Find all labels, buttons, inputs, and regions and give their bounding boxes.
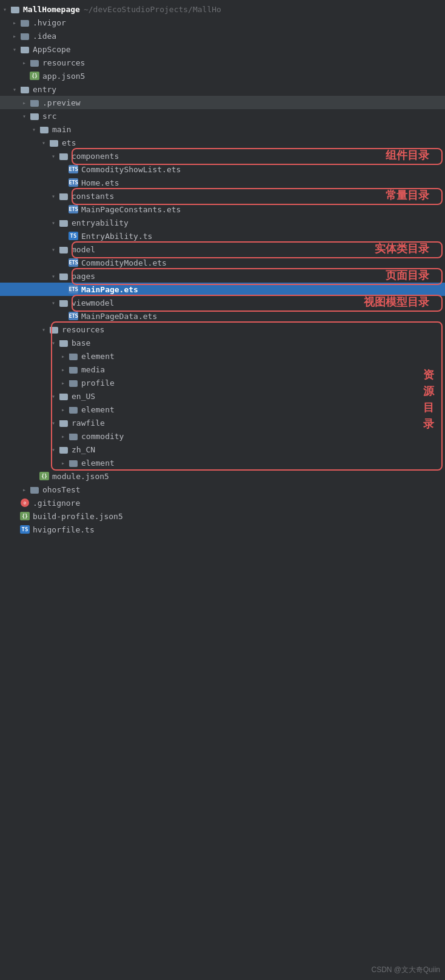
tree-item[interactable]: viewmodel bbox=[0, 296, 445, 309]
tree-item[interactable]: TSEntryAbility.ts bbox=[0, 229, 445, 243]
tree-arrow[interactable] bbox=[49, 218, 58, 227]
folder-open-icon bbox=[58, 244, 69, 254]
tree-item-label: rawfile bbox=[72, 418, 105, 428]
tree-item[interactable]: rawfile bbox=[0, 416, 445, 429]
tree-arrow[interactable] bbox=[58, 378, 68, 388]
tree-item-label: CommodityModel.ets bbox=[81, 258, 167, 267]
tree-item[interactable]: ETSMainPageData.ets bbox=[0, 309, 445, 323]
tree-item-label: app.json5 bbox=[42, 72, 85, 81]
tree-arrow[interactable] bbox=[58, 351, 68, 361]
tree-item-label: hvigorfile.ts bbox=[33, 525, 95, 534]
tree-item[interactable]: entryability bbox=[0, 216, 445, 229]
tree-arrow[interactable] bbox=[58, 431, 68, 441]
tree-arrow[interactable] bbox=[19, 485, 29, 494]
folder-icon bbox=[19, 31, 30, 41]
ets-file-icon: ETS bbox=[68, 311, 79, 321]
folder-open-icon bbox=[39, 124, 50, 134]
tree-item[interactable]: entry bbox=[0, 82, 445, 96]
tree-arrow[interactable] bbox=[58, 458, 68, 468]
tree-arrow[interactable] bbox=[19, 98, 29, 107]
tree-item-label: ohosTest bbox=[42, 485, 81, 494]
tree-item[interactable]: zh_CN bbox=[0, 443, 445, 456]
tree-item[interactable]: .hvigor bbox=[0, 16, 445, 29]
tree-root-path: ~/devEcoStudioProjects/MallHo bbox=[84, 5, 221, 14]
tree-arrow[interactable] bbox=[19, 111, 29, 121]
tree-item[interactable]: {}app.json5 bbox=[0, 69, 445, 82]
tree-item[interactable]: .idea bbox=[0, 29, 445, 42]
tree-item[interactable]: AppScope bbox=[0, 42, 445, 56]
tree-arrow[interactable] bbox=[10, 84, 19, 94]
tree-item[interactable]: src bbox=[0, 109, 445, 122]
tree-item[interactable]: media bbox=[0, 363, 445, 376]
tree-item-label: base bbox=[72, 338, 90, 347]
tree-arrow[interactable] bbox=[49, 298, 58, 307]
tree-arrow[interactable] bbox=[49, 391, 58, 401]
tree-item[interactable]: ⊘.gitignore bbox=[0, 496, 445, 509]
tree-arrow[interactable] bbox=[29, 124, 39, 134]
tree-arrow[interactable] bbox=[39, 138, 49, 147]
tree-arrow[interactable] bbox=[49, 244, 58, 254]
folder-icon bbox=[68, 364, 79, 374]
tree-item-label: .preview bbox=[42, 98, 81, 107]
gitignore-file-icon: ⊘ bbox=[19, 498, 30, 508]
tree-arrow[interactable] bbox=[49, 271, 58, 281]
tree-item-label: module.json5 bbox=[52, 472, 109, 481]
tree-item[interactable]: main bbox=[0, 122, 445, 136]
tree-arrow[interactable] bbox=[39, 324, 49, 334]
tree-item[interactable]: element bbox=[0, 349, 445, 363]
tree-item[interactable]: {}build-profile.json5 bbox=[0, 509, 445, 523]
tree-item[interactable]: commodity bbox=[0, 429, 445, 443]
tree-item[interactable]: element bbox=[0, 403, 445, 416]
tree-item[interactable]: ETSMainPage.ets bbox=[0, 283, 445, 296]
tree-item-label: pages bbox=[72, 272, 95, 281]
folder-icon bbox=[29, 58, 40, 67]
tree-arrow[interactable] bbox=[10, 31, 19, 41]
tree-item[interactable]: base bbox=[0, 336, 445, 349]
tree-item-label: MainPage.ets bbox=[81, 285, 138, 294]
tree-arrow[interactable] bbox=[49, 191, 58, 201]
ets-file-icon: ETS bbox=[68, 258, 79, 267]
folder-open-icon bbox=[58, 391, 69, 401]
ets-file-icon: ETS bbox=[68, 178, 79, 187]
tree-item[interactable]: ETSHome.ets bbox=[0, 176, 445, 189]
tree-arrow[interactable] bbox=[58, 404, 68, 414]
tree-item[interactable]: ETSCommodityShowList.ets bbox=[0, 163, 445, 176]
tree-arrow[interactable] bbox=[49, 338, 58, 347]
tree-arrow[interactable] bbox=[10, 18, 19, 27]
folder-icon bbox=[68, 431, 79, 441]
tree-arrow[interactable] bbox=[58, 364, 68, 374]
tree-item-label: element bbox=[81, 352, 115, 361]
tree-arrow[interactable] bbox=[19, 58, 29, 67]
tree-item[interactable]: en_US bbox=[0, 389, 445, 403]
tree-item[interactable]: constants bbox=[0, 189, 445, 203]
tree-item[interactable]: ohosTest bbox=[0, 483, 445, 496]
tree-item[interactable]: element bbox=[0, 456, 445, 469]
tree-arrow[interactable] bbox=[0, 4, 10, 14]
footer-credit: CSDN @文大奇Quiin bbox=[371, 965, 440, 975]
tree-arrow[interactable] bbox=[49, 418, 58, 428]
tree-item-label: .gitignore bbox=[33, 498, 80, 508]
tree-item[interactable]: ETSCommodityModel.ets bbox=[0, 256, 445, 269]
tree-arrow[interactable] bbox=[10, 44, 19, 54]
folder-open-icon bbox=[49, 138, 59, 147]
folder-open-icon bbox=[10, 4, 21, 14]
tree-item[interactable]: profile bbox=[0, 376, 445, 389]
tree-item[interactable]: pages bbox=[0, 269, 445, 283]
folder-open-icon bbox=[19, 44, 30, 54]
json-file-icon: {} bbox=[19, 511, 30, 521]
tree-item[interactable]: resources bbox=[0, 323, 445, 336]
tree-item[interactable]: ETSMainPageConstants.ets bbox=[0, 203, 445, 216]
tree-item[interactable]: ets bbox=[0, 136, 445, 149]
tree-item[interactable]: resources bbox=[0, 56, 445, 69]
tree-item[interactable]: {}module.json5 bbox=[0, 469, 445, 483]
ets-file-icon: ETS bbox=[68, 204, 79, 214]
tree-item[interactable]: MallHomepage~/devEcoStudioProjects/MallH… bbox=[0, 2, 445, 16]
tree-arrow[interactable] bbox=[49, 151, 58, 161]
tree-item[interactable]: components bbox=[0, 149, 445, 163]
tree-item[interactable]: .preview bbox=[0, 96, 445, 109]
tree-arrow[interactable] bbox=[49, 445, 58, 454]
tree-item-label: en_US bbox=[72, 392, 95, 401]
tree-item[interactable]: model bbox=[0, 243, 445, 256]
tree-item[interactable]: TShvigorfile.ts bbox=[0, 523, 445, 536]
tree-item-label: entry bbox=[33, 85, 56, 94]
